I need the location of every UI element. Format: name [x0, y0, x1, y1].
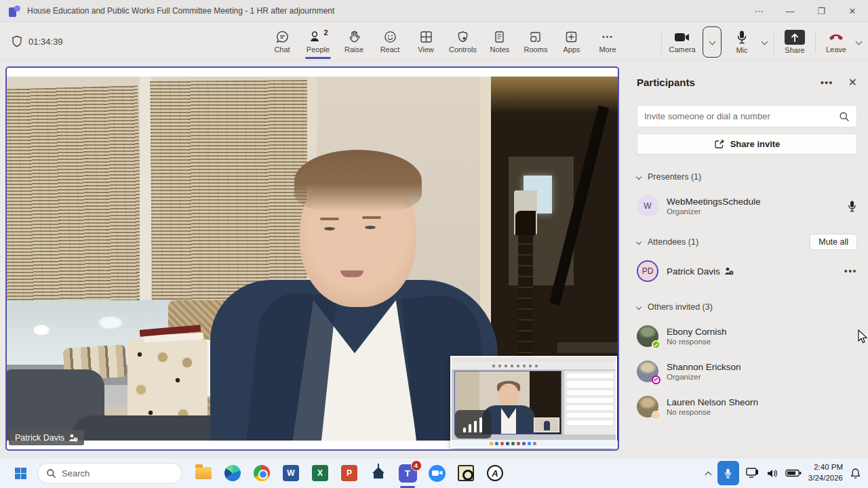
participants-close-icon[interactable]: ✕	[848, 76, 857, 89]
participant-row-attendee[interactable]: PD Patrick Davis ? •••	[637, 258, 857, 285]
mic-on-icon[interactable]	[847, 200, 857, 213]
share-invite-button[interactable]: Share invite	[637, 134, 857, 155]
teams-taskbar-icon[interactable]: T 4	[397, 463, 418, 483]
presence-available-icon	[652, 340, 660, 349]
word-icon[interactable]: W	[281, 463, 301, 483]
notification-bell-icon[interactable]	[850, 468, 861, 479]
mouse-cursor	[857, 329, 868, 344]
camera-button[interactable]: Camera	[669, 30, 696, 54]
tray-date: 3/24/2026	[808, 473, 843, 484]
share-icon	[785, 30, 805, 45]
teams-app-icon	[9, 5, 20, 17]
invite-input[interactable]	[644, 111, 839, 121]
edge-icon[interactable]	[222, 463, 243, 483]
meeting-stage-area: Patrick Davis ?	[0, 61, 868, 458]
presence-oof-icon	[652, 375, 660, 384]
participant-name-tag: Patrick Davis ?	[9, 430, 84, 445]
participant-row-other[interactable]: Lauren Nelson Sheorn No response	[637, 393, 857, 420]
window-title: House Education and Public Works Full Co…	[27, 6, 334, 16]
chevron-down-icon	[636, 239, 642, 245]
participants-panel: Participants ••• ✕ Share invite Presente…	[627, 61, 868, 458]
avatar	[637, 325, 658, 347]
start-button[interactable]	[15, 468, 26, 479]
window-restore-icon[interactable]: ❐	[806, 0, 837, 22]
mic-icon	[724, 468, 732, 479]
people-count-badge: 2	[323, 28, 328, 37]
video-scene-blinds	[7, 85, 143, 304]
statehouse-app-icon[interactable]	[368, 463, 389, 483]
tab-people[interactable]: 2 People	[303, 24, 333, 60]
participant-row-other[interactable]: Shannon Erickson Organizer	[637, 358, 857, 385]
main-video-tile[interactable]: Patrick Davis ?	[5, 66, 619, 451]
zoom-icon[interactable]	[427, 463, 447, 483]
display-icon[interactable]	[746, 468, 760, 479]
leave-call-icon	[827, 30, 846, 44]
tab-apps[interactable]: Apps	[557, 24, 587, 60]
avatar	[637, 396, 658, 418]
mic-button[interactable]: Mic	[728, 30, 755, 54]
chevron-down-icon	[636, 304, 642, 310]
window-minimize-icon[interactable]: —	[774, 0, 806, 22]
participant-row-other[interactable]: Ebony Cornish No response	[637, 323, 857, 350]
teams-notification-badge: 4	[411, 460, 422, 471]
taskbar-search[interactable]	[37, 463, 182, 484]
tab-react[interactable]: React	[375, 24, 405, 60]
shield-icon	[11, 35, 23, 47]
tab-view[interactable]: View	[411, 24, 441, 60]
invite-input-wrap	[637, 105, 857, 127]
avatar	[637, 361, 658, 382]
tray-clock[interactable]: 2:40 PM 3/24/2026	[808, 462, 843, 483]
battery-icon[interactable]	[785, 468, 802, 478]
mic-icon	[736, 30, 748, 45]
avatar: W	[637, 195, 658, 217]
tab-chat[interactable]: Chat	[267, 24, 297, 60]
windows-taskbar: W X P T 4 A 2:40 PM 3/24/2026	[0, 458, 868, 488]
guest-indicator-icon: ?	[68, 434, 78, 442]
attendees-section-header[interactable]: Attendees (1) Mute all	[637, 235, 857, 249]
search-icon	[46, 468, 56, 479]
camera-options-chevron[interactable]	[703, 26, 722, 58]
file-explorer-icon[interactable]	[193, 463, 214, 483]
mute-all-button[interactable]: Mute all	[810, 234, 857, 250]
taskbar-search-input[interactable]	[62, 468, 157, 479]
presence-away-icon	[652, 411, 660, 420]
lamp-app-icon[interactable]	[456, 463, 476, 483]
tray-time: 2:40 PM	[808, 462, 843, 473]
tab-controls[interactable]: Controls	[447, 24, 479, 60]
svg-text:?: ?	[75, 437, 77, 441]
connection-quality-icon	[455, 410, 492, 439]
chrome-icon[interactable]	[252, 463, 272, 483]
a-app-icon[interactable]: A	[485, 463, 505, 483]
participants-more-icon[interactable]: •••	[821, 77, 833, 88]
meeting-timer: 01:34:39	[28, 37, 63, 47]
avatar: PD	[637, 260, 658, 282]
tab-raise[interactable]: Raise	[339, 24, 369, 60]
tab-rooms[interactable]: Rooms	[521, 24, 551, 60]
participants-title: Participants	[637, 77, 695, 88]
svg-text:?: ?	[730, 271, 732, 275]
leave-options-chevron[interactable]	[856, 39, 863, 45]
speaker-icon[interactable]	[766, 468, 778, 479]
mic-options-chevron[interactable]	[762, 39, 768, 45]
meeting-toolbar: 01:34:39 Chat 2 People Raise React View	[0, 22, 868, 61]
tab-notes[interactable]: Notes	[485, 24, 515, 60]
tab-more[interactable]: More	[593, 24, 623, 60]
participant-row-presenter[interactable]: W WebMeetingsSchedule Organizer	[637, 192, 857, 220]
window-titlebar: House Education and Public Works Full Co…	[0, 0, 868, 22]
pip-participants-panel	[564, 371, 616, 434]
screen-share-pip[interactable]	[450, 356, 617, 448]
excel-icon[interactable]: X	[310, 463, 330, 483]
window-close-icon[interactable]: ✕	[837, 0, 868, 22]
tray-chevron-up-icon[interactable]	[705, 471, 711, 478]
tray-mic-button[interactable]	[717, 461, 739, 485]
leave-button[interactable]: Leave	[823, 30, 850, 54]
presenters-section-header[interactable]: Presenters (1)	[637, 169, 857, 184]
window-more-icon[interactable]: ⋯	[743, 0, 774, 22]
others-invited-section-header[interactable]: Others invited (3)	[637, 300, 857, 314]
share-invite-icon	[714, 139, 725, 149]
participant-more-icon[interactable]: •••	[844, 266, 857, 277]
camera-icon	[673, 30, 691, 44]
powerpoint-icon[interactable]: P	[339, 463, 359, 483]
share-button[interactable]: Share	[781, 30, 808, 54]
guest-indicator-icon: ?	[724, 267, 734, 275]
